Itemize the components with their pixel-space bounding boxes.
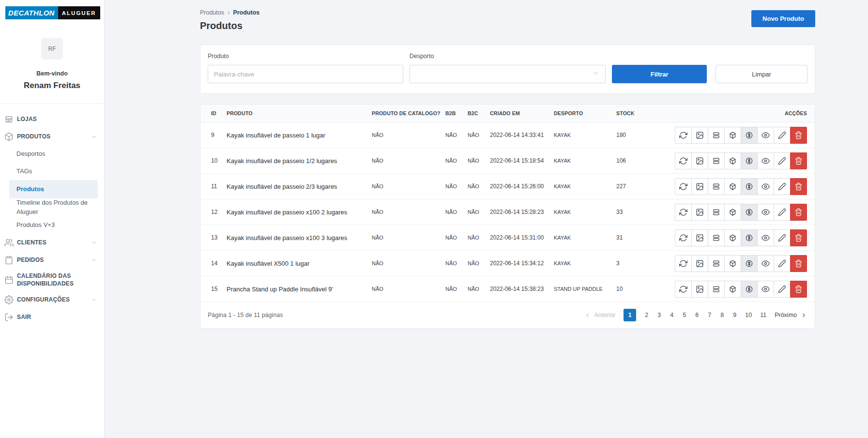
images-button[interactable] [691, 127, 708, 144]
pagination-page-2[interactable]: 2 [644, 312, 649, 318]
sidebar-item-produtos[interactable]: PRODUTOS [0, 128, 104, 145]
sync-button[interactable] [675, 204, 692, 221]
delete-button[interactable] [790, 152, 807, 169]
pagination-next[interactable]: Próximo [775, 312, 807, 318]
view-button[interactable] [757, 178, 774, 195]
cell-catalog: NÃO [372, 209, 445, 215]
sidebar-subitem-produtos[interactable]: Produtos [9, 180, 98, 198]
pencil-icon [778, 157, 786, 165]
sidebar-item-calendario-das-disponibilidades[interactable]: CALENDÁRIO DAS DISPONIBILIDADES [0, 269, 104, 291]
breadcrumb-parent[interactable]: Produtos [200, 9, 224, 16]
pagination-page-3[interactable]: 3 [657, 312, 661, 318]
images-button[interactable] [691, 204, 708, 221]
sidebar-item-label: SAIR [17, 310, 34, 324]
delete-button[interactable] [790, 127, 807, 144]
sidebar-item-configuracoes[interactable]: CONFIGURAÇÕES [0, 291, 104, 308]
dollar-circle-icon [745, 208, 753, 216]
pricing-button[interactable] [741, 281, 758, 298]
pagination-page-10[interactable]: 10 [745, 312, 752, 318]
edit-button[interactable] [774, 127, 791, 144]
package-button[interactable] [724, 281, 741, 298]
variants-button[interactable] [708, 281, 725, 298]
edit-button[interactable] [774, 204, 791, 221]
package-button[interactable] [724, 178, 741, 195]
variants-button[interactable] [708, 178, 725, 195]
sidebar-item-pedidos[interactable]: PEDIDOS [0, 252, 104, 269]
sidebar-subitem-tags[interactable]: TAGs [0, 163, 104, 180]
delete-button[interactable] [790, 204, 807, 221]
package-button[interactable] [724, 204, 741, 221]
filter-button[interactable]: Filtrar [612, 65, 707, 83]
pricing-button[interactable] [741, 204, 758, 221]
edit-button[interactable] [774, 178, 791, 195]
rows-icon [712, 208, 720, 216]
pricing-button[interactable] [741, 255, 758, 272]
package-button[interactable] [724, 152, 741, 169]
images-button[interactable] [691, 281, 708, 298]
cell-id: 11 [211, 183, 227, 190]
pagination-page-8[interactable]: 8 [720, 312, 724, 318]
edit-button[interactable] [774, 281, 791, 298]
edit-button[interactable] [774, 229, 791, 246]
delete-button[interactable] [790, 178, 807, 195]
cell-b2b: NÃO [445, 260, 468, 266]
cell-created: 2022-06-14 15:38:23 [490, 286, 554, 292]
clear-button[interactable]: Limpar [716, 65, 807, 83]
images-button[interactable] [691, 152, 708, 169]
user-name: Renam Freitas [0, 81, 104, 91]
pagination-page-7[interactable]: 7 [707, 312, 712, 318]
chevron-down-icon [91, 240, 97, 246]
view-button[interactable] [757, 255, 774, 272]
sync-button[interactable] [675, 152, 692, 169]
view-button[interactable] [757, 152, 774, 169]
sync-button[interactable] [675, 229, 692, 246]
pricing-button[interactable] [741, 229, 758, 246]
edit-button[interactable] [774, 152, 791, 169]
delete-button[interactable] [790, 281, 807, 298]
pagination-page-9[interactable]: 9 [732, 312, 737, 318]
variants-button[interactable] [708, 127, 725, 144]
pagination-page-6[interactable]: 6 [695, 312, 699, 318]
variants-button[interactable] [708, 255, 725, 272]
sync-button[interactable] [675, 255, 692, 272]
pagination-page-4[interactable]: 4 [670, 312, 674, 318]
sidebar-subitem-desportos[interactable]: Desportos [0, 145, 104, 163]
product-keyword-input[interactable] [208, 65, 403, 83]
sync-button[interactable] [675, 178, 692, 195]
pricing-button[interactable] [741, 127, 758, 144]
variants-button[interactable] [708, 204, 725, 221]
images-button[interactable] [691, 229, 708, 246]
sync-button[interactable] [675, 281, 692, 298]
package-button[interactable] [724, 229, 741, 246]
images-button[interactable] [691, 178, 708, 195]
gear-icon [4, 295, 14, 304]
sidebar-subitem-timeline-dos-produtos-de-aluguer[interactable]: Timeline dos Produtos de Aluguer [0, 198, 104, 217]
package-button[interactable] [724, 127, 741, 144]
variants-button[interactable] [708, 152, 725, 169]
pagination-previous[interactable]: Anterior [584, 312, 615, 318]
view-button[interactable] [757, 229, 774, 246]
pagination-page-1[interactable]: 1 [624, 309, 636, 321]
sidebar-item-clientes[interactable]: CLIENTES [0, 234, 104, 252]
view-button[interactable] [757, 127, 774, 144]
new-product-button[interactable]: Novo Produto [751, 10, 815, 27]
images-button[interactable] [691, 255, 708, 272]
sidebar-subitem-produtos-v-3[interactable]: Produtos V+3 [0, 217, 104, 234]
edit-button[interactable] [774, 255, 791, 272]
view-button[interactable] [757, 281, 774, 298]
cell-created: 2022-06-14 15:34:12 [490, 260, 554, 267]
pagination-page-11[interactable]: 11 [760, 312, 766, 318]
pencil-icon [778, 259, 786, 268]
sport-select[interactable] [410, 65, 606, 83]
sidebar-item-lojas[interactable]: LOJAS [0, 110, 104, 128]
delete-button[interactable] [790, 229, 807, 246]
pricing-button[interactable] [741, 178, 758, 195]
package-button[interactable] [724, 255, 741, 272]
pagination-page-5[interactable]: 5 [682, 312, 686, 318]
pricing-button[interactable] [741, 152, 758, 169]
sync-button[interactable] [675, 127, 692, 144]
delete-button[interactable] [790, 255, 807, 272]
view-button[interactable] [757, 204, 774, 221]
variants-button[interactable] [708, 229, 725, 246]
sidebar-item-sair[interactable]: SAIR [0, 308, 104, 326]
